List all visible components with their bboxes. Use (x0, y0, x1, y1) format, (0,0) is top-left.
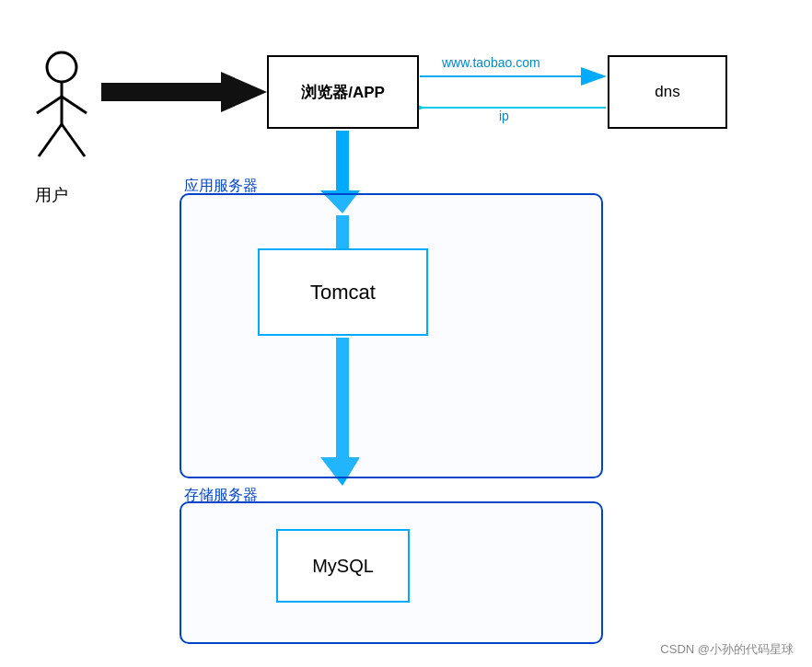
ip-label: ip (499, 109, 509, 123)
svg-line-13 (62, 97, 87, 113)
taobao-url-label: www.taobao.com (442, 55, 540, 70)
user-to-browser-arrow (101, 72, 267, 112)
mysql-label: MySQL (312, 556, 374, 577)
mysql-box: MySQL (276, 529, 410, 603)
dns-box: dns (608, 55, 727, 129)
diagram-container: 用户 浏览器/APP dns www.taobao.com ip 应用服务器 T… (0, 0, 812, 667)
dns-label: dns (655, 83, 679, 101)
svg-line-14 (39, 124, 62, 156)
storage-server-label: 存储服务器 (184, 486, 258, 505)
tomcat-box: Tomcat (258, 248, 428, 336)
watermark-label: CSDN @小孙的代码星球 (660, 641, 794, 658)
stick-figure (28, 51, 97, 174)
browser-label: 浏览器/APP (301, 82, 385, 103)
browser-box: 浏览器/APP (267, 55, 419, 129)
svg-rect-7 (336, 131, 349, 190)
tomcat-label: Tomcat (310, 281, 376, 305)
app-server-box (180, 193, 603, 478)
svg-point-10 (47, 52, 76, 82)
svg-line-15 (62, 124, 85, 156)
user-label: 用户 (35, 184, 68, 206)
app-server-label: 应用服务器 (184, 177, 258, 196)
svg-line-12 (37, 97, 62, 113)
